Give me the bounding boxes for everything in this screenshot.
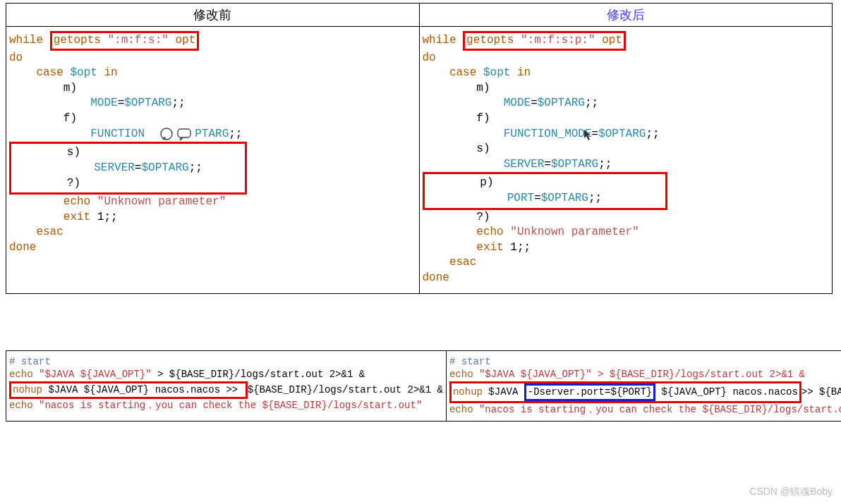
header-before: 修改前	[6, 4, 420, 27]
case-q: ?)	[13, 177, 80, 190]
highlight-server-block: s) SERVER=$OPTARG;; ?)	[9, 142, 247, 195]
svg-point-0	[161, 128, 172, 140]
case-s-r: s)	[423, 142, 490, 155]
case-f: f)	[9, 112, 77, 125]
kw-opt: opt	[175, 34, 195, 47]
diff-table-bottom: # start echo "$JAVA ${JAVA_OPT}" > ${BAS…	[6, 350, 841, 422]
highlight-nohup-r: nohup $JAVA -Dserver.port=${PORT} ${JAVA…	[449, 381, 801, 403]
kw-while: while	[9, 34, 43, 47]
str-opts-after: ":m:f:s:p:"	[521, 34, 602, 47]
echo-unknown: echo "Unknown parameter"	[9, 195, 226, 208]
comment-start-l: # start	[9, 356, 51, 367]
exit-line-r: exit 1;;	[423, 241, 531, 254]
case-m-r: m)	[423, 82, 490, 94]
case-s: s)	[13, 146, 80, 159]
assign-func: FUNCTION PTARG;;	[9, 128, 242, 140]
highlight-getopts-before: getopts ":m:f:s:" opt	[50, 31, 200, 51]
kw-opt-r: opt	[602, 34, 622, 47]
echo2-l: echo "nacos is starting，you can check th…	[9, 400, 422, 411]
kw-getopts: getopts	[54, 34, 108, 47]
echo1-l: echo "$JAVA ${JAVA_OPT}" > ${BASE_DIR}/l…	[9, 369, 365, 380]
code-after: while getopts ":m:f:s:p:" opt do case $o…	[419, 27, 833, 294]
code-before: while getopts ":m:f:s:" opt do case $opt…	[6, 27, 420, 294]
kw-done: done	[9, 241, 36, 254]
assign-port-r: PORT=$OPTARG;;	[426, 192, 603, 204]
echo-unknown-r: echo "Unknown parameter"	[423, 226, 639, 238]
kw-do-r: do	[423, 51, 436, 64]
case-line: case $opt in	[9, 66, 118, 79]
highlight-port-block: p) PORT=$OPTARG;;	[423, 172, 668, 209]
assign-server: SERVER=$OPTARG;;	[13, 161, 202, 174]
start-after: # start echo "$JAVA ${JAVA_OPT}" > ${BAS…	[446, 350, 841, 422]
comment-bubbles-icon	[158, 127, 195, 141]
kw-esac-r: esac	[423, 256, 477, 269]
case-line-r: case $opt in	[423, 66, 531, 79]
kw-do: do	[9, 51, 23, 64]
echo2-r: echo "nacos is starting，you can check th…	[449, 404, 841, 415]
highlight-nohup-l: nohup $JAVA ${JAVA_OPT} nacos.nacos >>	[9, 381, 248, 399]
diff-table-top: 修改前 修改后 while getopts ":m:f:s:" opt do c…	[6, 3, 833, 294]
start-before: # start echo "$JAVA ${JAVA_OPT}" > ${BAS…	[6, 350, 447, 422]
case-f-r: f)	[423, 112, 490, 125]
kw-getopts-r: getopts	[466, 34, 521, 47]
exit-line: exit 1;;	[9, 211, 118, 223]
str-opts-before: ":m:f:s:"	[107, 34, 175, 47]
highlight-getopts-after: getopts ":m:f:s:p:" opt	[463, 31, 626, 51]
kw-done-r: done	[423, 271, 449, 284]
kw-while-r: while	[423, 34, 464, 47]
nohup-l: nohup $JAVA ${JAVA_OPT} nacos.nacos >> $…	[9, 384, 443, 395]
kw-esac: esac	[9, 226, 63, 238]
assign-server-r: SERVER=$OPTARG;;	[423, 158, 612, 171]
case-p-r: p)	[426, 176, 494, 189]
assign-mode-r: MODE=$OPTARG;;	[423, 97, 599, 109]
nohup-r: nohup $JAVA -Dserver.port=${PORT} ${JAVA…	[449, 386, 841, 398]
case-q-r: ?)	[423, 211, 490, 223]
assign-mode: MODE=$OPTARG;;	[9, 97, 186, 109]
highlight-port-arg: -Dserver.port=${PORT}	[524, 383, 655, 401]
case-m: m)	[9, 82, 77, 94]
header-after: 修改后	[419, 4, 833, 27]
echo1-r: echo "$JAVA ${JAVA_OPT}" > ${BASE_DIR}/l…	[449, 369, 805, 380]
comment-start-r: # start	[449, 356, 491, 367]
svg-rect-1	[178, 129, 190, 137]
assign-func-r: FUNCTION_MODE=$OPTARG;;	[423, 128, 660, 140]
